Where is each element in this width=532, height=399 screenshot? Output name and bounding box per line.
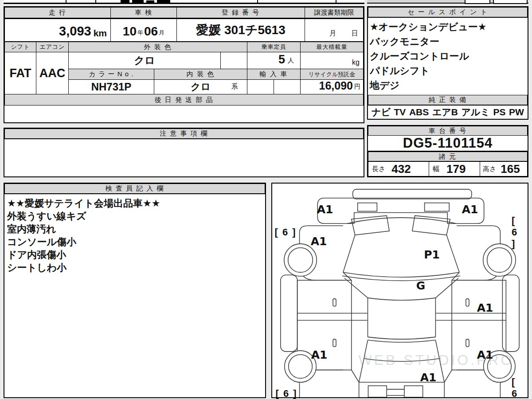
import-car-value-cell-1 (247, 79, 274, 94)
mileage-header: 走 行 (4, 7, 111, 19)
sales-point: パドルシフト (370, 63, 526, 78)
recycle-deposit-header: リサイクル預託金 (300, 69, 364, 80)
interior-color-value: クロ (191, 80, 211, 94)
shift-value-cell: FAT (4, 52, 36, 94)
mileage-value: 3,093 (59, 24, 91, 39)
exterior-color-value: クロ (134, 54, 155, 67)
damage-label-front-bumper-left: A1 (317, 203, 333, 216)
aircon-value-cell: AAC (36, 52, 69, 94)
equipment-item: ナビ (372, 106, 391, 118)
sales-point: 地デジ (370, 78, 526, 93)
mileage-unit: km (94, 28, 107, 39)
sales-point: バックモニター (370, 34, 526, 49)
registration-value-cell: 愛媛 301チ5613 (176, 19, 305, 42)
import-car-header: 輸 入 車 (247, 69, 301, 80)
interior-color-suffix: 系 (231, 82, 238, 91)
max-load-header: 最大積載量 (300, 42, 364, 52)
equipment-item: TV (394, 107, 406, 117)
transfer-deadline-header: 譲渡書類期限 (305, 7, 364, 19)
equipment-item: PW (509, 107, 524, 117)
equipment-item: ABS (409, 107, 429, 117)
tire-depth-rear-left: [ 6 ] (275, 388, 297, 399)
shaken-year-suffix: 年 (137, 29, 143, 37)
mileage-value-cell: 3,093 km (4, 19, 111, 42)
height-cell: 高さ 165 (480, 161, 528, 176)
damage-label-right-rear-door: A1 (477, 348, 493, 361)
recycle-deposit-unit: 円 (354, 83, 360, 91)
shaken-month: 06 (144, 24, 158, 39)
auction-sheet: { "colors": { "header_bg": "#d8d8d8", "b… (0, 0, 532, 399)
shift-header: シフト (4, 42, 36, 52)
equipment-item: PS (493, 107, 506, 117)
damage-label-front-bumper-right: A1 (462, 203, 478, 216)
color-no-value: NH731P (91, 81, 132, 93)
sales-points-box: セ ー ル ス ポ イ ン ト ★オークションデビュー★ バックモニター クルー… (367, 6, 528, 120)
width-label: 幅 (433, 165, 439, 173)
registration-header: 登 録 番 号 (176, 7, 305, 19)
damage-label-hood: P1 (424, 248, 440, 261)
height-value: 165 (501, 162, 520, 176)
damage-label-left-rear-door: A1 (311, 348, 328, 361)
color-no-value-cell: NH731P (68, 79, 154, 94)
recycle-deposit-value: 16,090 (319, 79, 353, 92)
later-parts-header: 後 日 発 送 部 品 (4, 94, 364, 106)
inspector-note: コンソール傷小 (7, 235, 262, 248)
width-value: 179 (446, 162, 466, 176)
equipment-item: エアB (432, 106, 458, 118)
inspector-note: 外装うすい線キズ (7, 210, 262, 223)
aircon-header: エアコン (36, 42, 69, 52)
equipment-item: アルミ (462, 106, 490, 118)
vehicle-data-table: 走 行 車 検 登 録 番 号 譲渡書類期限 3,093 km 10 年 06 … (4, 6, 364, 123)
height-label: 高さ (483, 165, 496, 173)
exterior-color-header: 外 装 色 (68, 42, 247, 52)
capacity-header: 乗車定員 (247, 42, 301, 52)
transfer-day-suffix: 日 (352, 29, 358, 38)
chassis-no-value-cell: DG5-1101154 (368, 136, 528, 152)
capacity-value-cell: 5 人 (247, 52, 301, 69)
aircon-value: AAC (39, 66, 66, 80)
max-load-value-cell: kg (300, 52, 364, 69)
recycle-deposit-value-cell: 16,090 円 (300, 79, 364, 94)
tire-depth-front-right: [ 6 ] (512, 215, 522, 250)
width-cell: 幅 179 (429, 161, 480, 176)
exterior-color-value-cell: クロ (68, 52, 221, 69)
length-label: 長さ (372, 165, 385, 173)
damage-label-front-left-fender: A1 (311, 235, 327, 248)
sales-points-list: ★オークションデビュー★ バックモニター クルーズコントロール パドルシフト 地… (368, 19, 528, 95)
transfer-deadline-value-cell: 月 日 (305, 19, 364, 42)
capacity-unit: 人 (288, 57, 294, 65)
inspector-notes-box: 検 査 員 記 入 欄 ★★愛媛サテライト会場出品車★★ 外装うすい線キズ 室内… (4, 183, 266, 398)
registration-value: 愛媛 301チ5613 (196, 22, 285, 39)
shift-value: FAT (10, 66, 31, 80)
import-car-value-cell-2 (274, 79, 301, 94)
chassis-specs-box: 車 台 番 号 DG5-1101154 諸 元 長さ 432 幅 179 高さ … (367, 125, 528, 177)
exterior-color-extra-cell (220, 52, 247, 69)
inspector-note: 室内薄汚れ (7, 223, 262, 235)
color-no-header: カ ラ ー N o . (68, 69, 154, 80)
damage-label-rear-panel: A1 (420, 371, 437, 384)
inspector-note: ★★愛媛サテライト会場出品車★★ (7, 197, 262, 210)
interior-color-header: 内 装 色 (154, 69, 247, 80)
chassis-no-value: DG5-1101154 (403, 135, 493, 151)
tire-depth-front-left: [ 6 ] (274, 227, 296, 238)
damage-label-right-front-door: A1 (477, 301, 493, 314)
capacity-value: 5 (278, 53, 285, 66)
length-value: 432 (391, 162, 411, 176)
car-diagram-box: WEB STUDIO.PRO A1 A1 [ 6 ] [ 6 ] A1 P1 G… (271, 183, 528, 398)
top-cutoff-strip (0, 0, 532, 5)
inspector-note: ドア内張傷小 (7, 248, 262, 261)
sales-point: ★オークションデビュー★ (370, 20, 526, 34)
shaken-value-cell: 10 年 06 月 (110, 19, 177, 42)
length-cell: 長さ 432 (368, 161, 429, 176)
shaken-header: 車 検 (110, 7, 177, 19)
caution-notes-header: 注 意 事 項 欄 (4, 129, 364, 139)
genuine-equipment-row: ナビ TV ABS エアB アルミ PS PW (368, 106, 528, 119)
transfer-month-suffix: 月 (329, 29, 336, 38)
inspector-notes-list: ★★愛媛サテライト会場出品車★★ 外装うすい線キズ 室内薄汚れ コンソール傷小 … (4, 196, 265, 275)
caution-notes-box: 注 意 事 項 欄 (4, 128, 364, 177)
shaken-month-suffix: 月 (159, 29, 164, 37)
genuine-equipment-header: 純 正 装 備 (368, 95, 528, 106)
sales-points-header: セ ー ル ス ポ イ ン ト (368, 7, 528, 18)
inspector-note: シートしわ小 (7, 261, 262, 274)
shaken-year: 10 (123, 24, 137, 39)
